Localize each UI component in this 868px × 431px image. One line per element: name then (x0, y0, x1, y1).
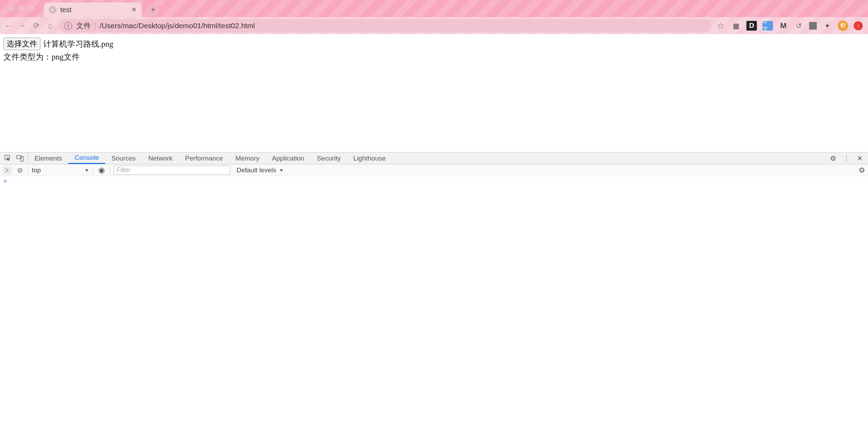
devtools-right-icons: ⚙ ⋮ ✕ (825, 152, 868, 164)
close-window-dot[interactable] (8, 6, 14, 11)
tab-lighthouse[interactable]: Lighthouse (347, 152, 392, 164)
forward-button[interactable]: → (17, 21, 27, 31)
home-button[interactable]: ⌂ (45, 21, 55, 31)
tab-performance[interactable]: Performance (179, 152, 229, 164)
toolbar-icons: ☆ ▦ D G文 M ↺ ✦ 钉 (716, 21, 865, 31)
update-icon[interactable] (854, 21, 863, 30)
back-button[interactable]: ← (3, 21, 13, 31)
tab-application[interactable]: Application (266, 152, 311, 164)
console-filter-input[interactable] (114, 166, 230, 175)
window-chrome: test ✕ + (0, 0, 868, 17)
context-label: top (32, 166, 41, 174)
inspect-element-icon[interactable] (3, 154, 12, 163)
extensions-icon[interactable]: ✦ (822, 21, 832, 31)
tab-memory[interactable]: Memory (229, 152, 266, 164)
file-type-text: 文件类型为：png文件 (3, 52, 865, 62)
qr-icon[interactable]: ▦ (731, 21, 741, 31)
page-content: 选择文件 计算机学习路线.png 文件类型为：png文件 (0, 34, 868, 66)
console-sidebar-toggle-icon[interactable] (3, 166, 12, 175)
tab-sources[interactable]: Sources (105, 152, 142, 164)
tab-elements[interactable]: Elements (28, 152, 68, 164)
clear-console-icon[interactable]: ⊘ (15, 166, 24, 175)
google-translate-icon[interactable]: G文 (762, 21, 773, 31)
tab-title: test (60, 6, 127, 14)
history-icon[interactable]: ↺ (794, 21, 804, 31)
console-body[interactable]: > (0, 176, 868, 186)
tab-network[interactable]: Network (142, 152, 179, 164)
url-scheme: 文件 (76, 21, 91, 31)
extension-square-icon[interactable] (809, 22, 817, 30)
tab-close-icon[interactable]: ✕ (131, 6, 137, 14)
profile-avatar[interactable]: 钉 (838, 21, 848, 31)
tab-console[interactable]: Console (68, 152, 105, 164)
traffic-lights (3, 6, 39, 11)
selected-file-name: 计算机学习路线.png (43, 39, 113, 49)
new-tab-button[interactable]: + (147, 4, 159, 16)
favicon-icon (49, 6, 56, 13)
devtools-close-icon[interactable]: ✕ (855, 154, 864, 163)
toolbar-separator (93, 166, 93, 174)
dropdown-arrow-icon: ▼ (279, 167, 284, 173)
console-toolbar: ⊘ top ▼ ◉ Default levels ▼ ⚙ (0, 164, 868, 176)
devtools-settings-icon[interactable]: ⚙ (829, 154, 837, 163)
live-expression-icon[interactable]: ◉ (96, 165, 106, 175)
extension-d-icon[interactable]: D (746, 21, 757, 31)
devtools-tabs-row: Elements Console Sources Network Perform… (0, 152, 868, 164)
dropdown-arrow-icon: ▼ (84, 167, 89, 173)
browser-tab[interactable]: test ✕ (44, 2, 142, 17)
toolbar-separator (110, 166, 110, 174)
levels-label: Default levels (237, 166, 276, 174)
devtools-left-icons (0, 152, 28, 164)
toolbar-separator (28, 166, 28, 174)
context-selector[interactable]: top ▼ (32, 166, 89, 174)
minimize-window-dot[interactable] (18, 6, 24, 11)
extension-m-icon[interactable]: M (778, 21, 788, 31)
log-levels-selector[interactable]: Default levels ▼ (234, 166, 284, 174)
device-toolbar-icon[interactable] (16, 154, 24, 163)
file-input-row: 选择文件 计算机学习路线.png (3, 38, 865, 50)
devtools-panel: Elements Console Sources Network Perform… (0, 152, 868, 431)
site-info-icon[interactable]: i (64, 22, 72, 30)
choose-file-button[interactable]: 选择文件 (3, 38, 40, 50)
address-bar[interactable]: i 文件 /Users/mac/Desktop/js/demo01/html/t… (59, 19, 712, 32)
bookmark-star-icon[interactable]: ☆ (716, 21, 726, 31)
url-path: /Users/mac/Desktop/js/demo01/html/test02… (100, 22, 255, 30)
url-bar: ← → ⟳ ⌂ i 文件 /Users/mac/Desktop/js/demo0… (0, 17, 868, 34)
console-prompt-icon: > (3, 178, 7, 185)
url-divider (95, 22, 95, 30)
devtools-more-icon[interactable]: ⋮ (842, 154, 851, 163)
maximize-window-dot[interactable] (29, 6, 34, 11)
tab-security[interactable]: Security (311, 152, 347, 164)
console-settings-icon[interactable]: ⚙ (859, 166, 865, 174)
reload-button[interactable]: ⟳ (31, 21, 41, 31)
